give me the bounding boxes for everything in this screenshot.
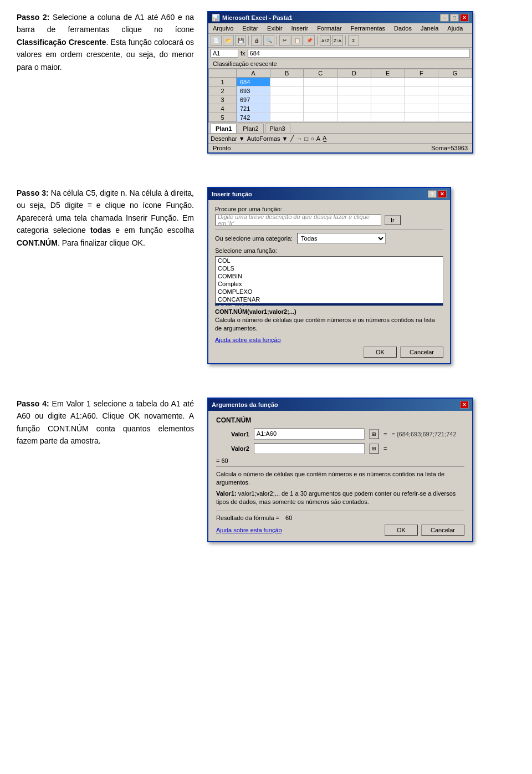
help-link-2[interactable]: Ajuda sobre esta função (215, 337, 281, 343)
col-header-g[interactable]: G (438, 69, 472, 78)
tb-new[interactable]: 📄 (211, 35, 222, 46)
valor1-ref-btn[interactable]: ⊞ (369, 429, 379, 439)
cell-a5[interactable]: 742 (237, 113, 270, 122)
draw-btn[interactable]: Desenhar ▼ (211, 135, 245, 142)
func-col[interactable]: COL (216, 257, 443, 264)
function-list[interactable]: COL COLS COMBIN Complex COMPLEXO CONCATE… (215, 256, 443, 306)
menu-janela[interactable]: Janela (418, 24, 441, 32)
tb-sort-desc[interactable]: Z↑A (332, 35, 343, 46)
cell-a4[interactable]: 721 (237, 104, 270, 113)
cell-e4[interactable] (371, 104, 405, 113)
cell-g2[interactable] (438, 86, 472, 95)
cell-e5[interactable] (371, 113, 405, 122)
cell-d3[interactable] (337, 95, 371, 104)
category-select[interactable]: Todas (297, 233, 386, 244)
cell-g4[interactable] (438, 104, 472, 113)
sheet-plan3[interactable]: Plan3 (265, 124, 290, 133)
cell-c2[interactable] (304, 86, 337, 95)
sheet-plan1[interactable]: Plan1 (211, 124, 237, 133)
func-contnum[interactable]: CONT.NÚM (216, 303, 443, 306)
cell-a3[interactable]: 697 (237, 95, 270, 104)
cell-c1[interactable] (304, 78, 337, 86)
cancel-button-2[interactable]: Cancelar (400, 347, 443, 358)
func-cols[interactable]: COLS (216, 264, 443, 272)
cell-b1[interactable] (270, 78, 304, 86)
col-header-d[interactable]: D (337, 69, 371, 78)
dialog-help-btn-2[interactable]: ? (428, 190, 437, 198)
menu-formatar[interactable]: Formatar (315, 24, 344, 32)
menu-editar[interactable]: Editar (240, 24, 260, 32)
func-combin[interactable]: COMBIN (216, 272, 443, 280)
cell-d2[interactable] (337, 86, 371, 95)
cell-a2[interactable]: 693 (237, 86, 270, 95)
args-cancel-button[interactable]: Cancelar (421, 525, 464, 536)
col-header-c[interactable]: C (304, 69, 337, 78)
cell-g5[interactable] (438, 113, 472, 122)
tb-preview[interactable]: 🔍 (263, 35, 274, 46)
tb-cut[interactable]: ✂ (279, 35, 290, 46)
name-box-1[interactable]: A1 (211, 49, 238, 58)
autoformas-btn[interactable]: AutoFormas ▼ (247, 135, 288, 142)
cell-f1[interactable] (405, 78, 438, 86)
args-close-btn[interactable]: ✕ (460, 401, 469, 409)
draw-text[interactable]: A (316, 135, 320, 142)
valor2-ref-btn[interactable]: ⊞ (369, 444, 379, 454)
cell-d5[interactable] (337, 113, 371, 122)
tb-sum[interactable]: Σ (348, 35, 359, 46)
func-complexo[interactable]: COMPLEXO (216, 288, 443, 296)
draw-wordart[interactable]: A̲ (323, 135, 327, 142)
valor1-input[interactable]: A1:A60 (254, 429, 365, 440)
cell-f3[interactable] (405, 95, 438, 104)
func-complex[interactable]: Complex (216, 280, 443, 288)
minimize-btn[interactable]: ─ (440, 14, 449, 22)
menu-dados[interactable]: Dados (392, 24, 414, 32)
ok-button-2[interactable]: OK (364, 347, 397, 358)
col-header-e[interactable]: E (371, 69, 405, 78)
cell-g3[interactable] (438, 95, 472, 104)
menu-ajuda[interactable]: Ajuda (445, 24, 465, 32)
close-btn[interactable]: ✕ (460, 14, 469, 22)
draw-rect[interactable]: □ (305, 135, 309, 142)
tb-copy[interactable]: 📋 (291, 35, 303, 46)
tb-sort-asc[interactable]: A↑Z (320, 35, 331, 46)
cell-a1[interactable]: 684 (237, 78, 270, 86)
cell-b4[interactable] (270, 104, 304, 113)
cell-g1[interactable] (438, 78, 472, 86)
cell-b3[interactable] (270, 95, 304, 104)
cell-b2[interactable] (270, 86, 304, 95)
cell-f2[interactable] (405, 86, 438, 95)
col-header-b[interactable]: B (270, 69, 304, 78)
draw-ellipse[interactable]: ○ (310, 135, 314, 142)
menu-ferramentas[interactable]: Ferramentas (349, 24, 387, 32)
cell-e2[interactable] (371, 86, 405, 95)
cell-d4[interactable] (337, 104, 371, 113)
cell-f4[interactable] (405, 104, 438, 113)
draw-arrow[interactable]: → (296, 135, 303, 142)
col-header-a[interactable]: A (237, 69, 270, 78)
args-help-link[interactable]: Ajuda sobre esta função (216, 527, 282, 533)
tb-open[interactable]: 📂 (223, 35, 234, 46)
draw-line[interactable]: ╱ (290, 135, 294, 142)
cell-c3[interactable] (304, 95, 337, 104)
cell-d1[interactable] (337, 78, 371, 86)
search-textbox[interactable]: Digite uma breve descrição do que deseja… (215, 215, 381, 226)
args-ok-button[interactable]: OK (385, 525, 418, 536)
cell-c5[interactable] (304, 113, 337, 122)
col-header-f[interactable]: F (405, 69, 438, 78)
menu-arquivo[interactable]: Arquivo (211, 24, 236, 32)
valor2-input[interactable] (254, 443, 365, 454)
cell-c4[interactable] (304, 104, 337, 113)
cell-b5[interactable] (270, 113, 304, 122)
cell-f5[interactable] (405, 113, 438, 122)
sheet-plan2[interactable]: Plan2 (238, 124, 263, 133)
cell-e3[interactable] (371, 95, 405, 104)
menu-inserir[interactable]: Inserir (289, 24, 311, 32)
dialog-close-btn-2[interactable]: ✕ (438, 190, 447, 198)
tb-print[interactable]: 🖨 (251, 35, 262, 46)
tb-save[interactable]: 💾 (235, 35, 246, 46)
cell-e1[interactable] (371, 78, 405, 86)
maximize-btn[interactable]: □ (450, 14, 459, 22)
excel-menubar-1[interactable]: Arquivo Editar Exibir Inserir Formatar F… (208, 23, 472, 34)
ir-button[interactable]: Ir (385, 215, 401, 225)
tb-paste[interactable]: 📌 (304, 35, 315, 46)
